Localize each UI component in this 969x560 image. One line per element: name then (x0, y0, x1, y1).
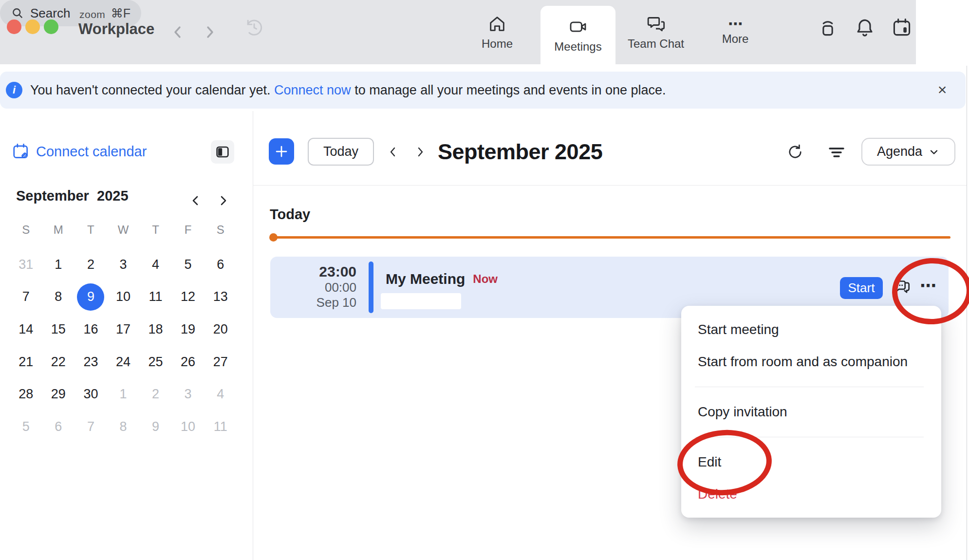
zoom-logo: zoom (79, 9, 105, 20)
current-time-indicator (271, 236, 950, 239)
sidebar-panel-icon (215, 144, 230, 160)
mini-calendar-day[interactable]: 24 (107, 346, 140, 378)
meetings-video-icon (568, 17, 588, 37)
mini-calendar-day[interactable]: 10 (107, 281, 140, 314)
info-icon: i (6, 82, 22, 98)
mini-calendar-next-icon[interactable] (217, 191, 229, 210)
calendar-connect-banner: i You haven't connected your calendar ye… (0, 72, 966, 109)
menu-item-start-from-room-and-as-companion[interactable]: Start from room and as companion (681, 346, 941, 378)
meeting-id-redacted (381, 293, 461, 309)
mini-calendar-day[interactable]: 5 (10, 411, 42, 443)
meeting-chat-icon[interactable] (892, 278, 912, 297)
mini-calendar-title: September 2025 (16, 188, 129, 204)
menu-item-delete[interactable]: Delete (681, 478, 941, 510)
filter-icon[interactable] (828, 144, 845, 161)
connect-device-icon[interactable] (817, 16, 839, 39)
tab-team-chat[interactable]: Team Chat (623, 0, 689, 64)
mini-calendar-day[interactable]: 23 (75, 346, 107, 378)
mini-calendar-day[interactable]: 29 (42, 378, 75, 411)
mini-calendar-day[interactable]: 20 (204, 313, 237, 346)
minimize-window-button[interactable] (25, 19, 40, 34)
calendar-icon[interactable] (891, 16, 913, 39)
refresh-icon[interactable] (786, 143, 804, 161)
mini-calendar-day[interactable]: 12 (172, 281, 205, 314)
meeting-start-time: 23:00 (319, 263, 356, 280)
mini-calendar-day[interactable]: 2 (75, 248, 107, 281)
mini-calendar-day[interactable]: 16 (75, 313, 107, 346)
menu-item-start-meeting[interactable]: Start meeting (681, 314, 941, 346)
new-meeting-button[interactable] (269, 138, 294, 165)
weekday-label: F (172, 223, 205, 237)
mini-calendar-day[interactable]: 2 (139, 378, 172, 411)
history-icon[interactable] (243, 17, 265, 38)
start-meeting-button[interactable]: Start (840, 277, 883, 299)
menu-item-edit[interactable]: Edit (681, 446, 941, 478)
mini-calendar-day[interactable]: 7 (10, 281, 42, 314)
mini-calendar-prev-icon[interactable] (190, 191, 202, 210)
view-selector-dropdown[interactable]: Agenda (861, 138, 955, 166)
titlebar: zoom Workplace Search ⌘F Home Meetings (0, 0, 916, 64)
sidebar-divider (253, 111, 253, 560)
meeting-time-column: 23:00 00:00 Sep 10 (282, 263, 356, 310)
mini-calendar-day[interactable]: 21 (10, 346, 42, 378)
meeting-more-button[interactable]: ⋯ (916, 276, 941, 295)
mini-calendar-day[interactable]: 4 (139, 248, 172, 281)
mini-calendar-day[interactable]: 17 (107, 313, 140, 346)
mini-calendar-day[interactable]: 25 (139, 346, 172, 378)
mini-calendar-day[interactable]: 3 (107, 248, 140, 281)
calendar-link-icon (12, 142, 30, 161)
mini-calendar-day[interactable]: 3 (172, 378, 205, 411)
mini-calendar-day[interactable]: 6 (204, 248, 237, 281)
tab-meetings[interactable]: Meetings (540, 6, 615, 64)
mini-calendar-day[interactable]: 11 (139, 281, 172, 314)
mini-calendar-day[interactable]: 14 (10, 313, 42, 346)
mini-calendar-day[interactable]: 4 (204, 378, 237, 411)
today-button[interactable]: Today (308, 138, 374, 166)
meeting-end-time: 00:00 (325, 280, 356, 295)
mini-calendar-day[interactable]: 6 (42, 411, 75, 443)
tab-home[interactable]: Home (467, 0, 527, 64)
tab-more[interactable]: ⋯ More (708, 0, 762, 64)
mini-calendar-day[interactable]: 1 (107, 378, 140, 411)
connect-now-link[interactable]: Connect now (274, 83, 351, 97)
mini-calendar-day[interactable]: 8 (42, 281, 75, 314)
collapse-sidebar-button[interactable] (211, 140, 234, 164)
mini-calendar-day[interactable]: 15 (42, 313, 75, 346)
mini-calendar-day[interactable]: 27 (204, 346, 237, 378)
mini-calendar-day[interactable]: 5 (172, 248, 205, 281)
mini-calendar-day[interactable]: 7 (75, 411, 107, 443)
menu-item-copy-invitation[interactable]: Copy invitation (681, 396, 941, 428)
weekday-header-row: SMTWTFS (10, 223, 237, 237)
mini-calendar-grid: 3112345678910111213141516171819202122232… (10, 248, 237, 443)
now-badge: Now (473, 272, 498, 286)
mini-calendar-day[interactable]: 13 (204, 281, 237, 314)
mini-calendar-day[interactable]: 10 (172, 411, 205, 443)
forward-arrow-icon[interactable] (204, 19, 216, 45)
toolbar-divider (253, 185, 967, 186)
mini-calendar-day[interactable]: 30 (75, 378, 107, 411)
meeting-end-date: Sep 10 (317, 295, 356, 310)
mini-calendar-day[interactable]: 18 (139, 313, 172, 346)
mini-calendar-day[interactable]: 22 (42, 346, 75, 378)
weekday-label: T (139, 223, 172, 237)
meeting-title-row: My Meeting Now (386, 271, 498, 287)
connect-calendar-link[interactable]: Connect calendar (12, 140, 147, 163)
prev-month-icon[interactable] (388, 145, 399, 159)
mini-calendar-day-selected[interactable]: 9 (75, 281, 107, 314)
mini-calendar-day[interactable]: 31 (10, 248, 42, 281)
menu-divider (695, 387, 924, 387)
close-window-button[interactable] (7, 19, 21, 34)
mini-calendar-day[interactable]: 8 (107, 411, 140, 443)
meeting-color-bar (369, 261, 373, 313)
next-month-icon[interactable] (414, 145, 426, 159)
mini-calendar-day[interactable]: 26 (172, 346, 205, 378)
mini-calendar-day[interactable]: 11 (204, 411, 237, 443)
maximize-window-button[interactable] (44, 19, 58, 34)
mini-calendar-day[interactable]: 19 (172, 313, 205, 346)
back-arrow-icon[interactable] (171, 19, 184, 45)
mini-calendar-day[interactable]: 9 (139, 411, 172, 443)
mini-calendar-day[interactable]: 28 (10, 378, 42, 411)
mini-calendar-day[interactable]: 1 (42, 248, 75, 281)
notifications-bell-icon[interactable] (854, 16, 876, 39)
banner-close-icon[interactable]: × (932, 80, 952, 99)
